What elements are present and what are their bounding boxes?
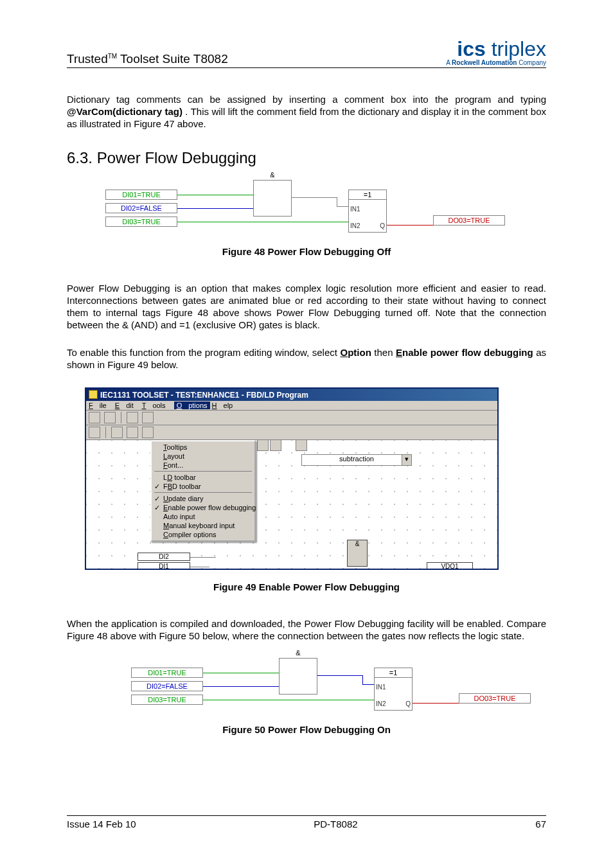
mitem-font[interactable]: Font... bbox=[152, 461, 254, 470]
product-title: TrustedTM Toolset Suite T8082 bbox=[67, 52, 228, 66]
window-title: IEC1131 TOOLSET - TEST:ENHANCE1 - FBD/LD… bbox=[100, 391, 308, 400]
brand-tagline: A Rockwell Automation Company bbox=[446, 59, 546, 66]
paste-icon[interactable] bbox=[142, 412, 154, 423]
port-in2: IN2 bbox=[350, 222, 360, 229]
menu-tools[interactable]: Tools bbox=[142, 402, 166, 409]
zoom-toolbar bbox=[257, 440, 307, 451]
brand-triplex: triplex bbox=[486, 37, 546, 60]
port-q: Q bbox=[380, 222, 385, 229]
mitem-tooltips[interactable]: Tooltips bbox=[152, 443, 254, 452]
menu-help[interactable]: Help bbox=[212, 402, 233, 409]
figure-50-caption: Figure 50 Power Flow Debugging On bbox=[67, 724, 546, 735]
footer-page: 67 bbox=[535, 819, 546, 829]
output-do03: DO03=TRUE bbox=[433, 215, 505, 226]
mitem-update-diary[interactable]: Update diary bbox=[152, 494, 254, 503]
section-heading: 6.3. Power Flow Debugging bbox=[67, 149, 546, 167]
cut-icon[interactable] bbox=[127, 412, 138, 423]
mitem-ld-toolbar[interactable]: LD toolbar bbox=[152, 473, 254, 482]
menu-file[interactable]: File bbox=[89, 402, 107, 409]
menu-edit[interactable]: Edit bbox=[115, 402, 134, 409]
title-bar[interactable]: IEC1131 TOOLSET - TEST:ENHANCE1 - FBD/LD… bbox=[86, 389, 497, 401]
brand-block: ics triplex A Rockwell Automation Compan… bbox=[446, 39, 546, 66]
open-icon[interactable] bbox=[104, 412, 116, 423]
zoom-icon[interactable] bbox=[257, 440, 269, 451]
brand-logo: ics triplex bbox=[446, 39, 546, 59]
mitem-compiler-opts[interactable]: Compiler options bbox=[152, 530, 254, 539]
xor-gate-2: =1 IN1 IN2 Q bbox=[374, 668, 413, 711]
app-icon bbox=[89, 390, 98, 399]
paragraph-enable-pfd: To enable this function from the program… bbox=[67, 347, 546, 371]
paragraph-pfd-intro: Power Flow Debugging is an option that m… bbox=[67, 283, 546, 331]
select-icon[interactable] bbox=[111, 427, 123, 438]
and-gate-2: & bbox=[279, 658, 317, 695]
var-di2[interactable]: DI2 bbox=[138, 553, 190, 561]
trademark-symbol: TM bbox=[108, 53, 117, 60]
chevron-down-icon[interactable]: ▾ bbox=[402, 455, 411, 465]
product-suffix: Toolset Suite T8082 bbox=[117, 52, 228, 66]
footer-docnum: PD-T8082 bbox=[314, 819, 357, 829]
input-di02-2: DI02=FALSE bbox=[131, 681, 203, 691]
toolbar-row-1 bbox=[86, 411, 497, 425]
options-dropdown: Tooltips Layout Font... LD toolbar FBD t… bbox=[150, 440, 256, 542]
input-di03-2: DI03=TRUE bbox=[131, 695, 203, 705]
mitem-layout[interactable]: Layout bbox=[152, 452, 254, 461]
output-do03-2: DO03=TRUE bbox=[459, 693, 531, 704]
page-footer: Issue 14 Feb 10 PD-T8082 67 bbox=[67, 815, 546, 829]
mitem-enable-pfd[interactable]: Enable power flow debugging bbox=[152, 503, 254, 512]
print-icon[interactable] bbox=[296, 440, 307, 451]
menu-bar: File Edit Tools Options Help bbox=[86, 401, 497, 411]
product-line: Trusted bbox=[67, 52, 108, 66]
editor-canvas[interactable]: subtraction ▾ Tooltips Layout Font... LD… bbox=[86, 440, 497, 569]
grid-icon[interactable] bbox=[270, 440, 281, 451]
fbd-and-block[interactable]: & bbox=[347, 540, 368, 567]
input-di01-2: DI01=TRUE bbox=[131, 668, 203, 678]
menu-options[interactable]: Options bbox=[174, 402, 210, 409]
figure-50-diagram: DI01=TRUE DI02=FALSE DI03=TRUE & =1 IN1 … bbox=[131, 658, 546, 713]
block-selector-combo[interactable]: subtraction ▾ bbox=[301, 454, 412, 466]
footer-issue: Issue 14 Feb 10 bbox=[67, 819, 136, 829]
brand-ics: ics bbox=[457, 37, 485, 60]
block-icon[interactable] bbox=[127, 427, 138, 438]
variable-icon[interactable] bbox=[142, 427, 154, 438]
paragraph-dictionary-tag: Dictionary tag comments can be assigned … bbox=[67, 94, 546, 130]
xor-gate: =1 IN1 IN2 Q bbox=[348, 190, 387, 233]
page-header: TrustedTM Toolset Suite T8082 ics triple… bbox=[67, 39, 546, 68]
paragraph-pfd-enabled: When the application is compiled and dow… bbox=[67, 618, 546, 642]
mitem-fbd-toolbar[interactable]: FBD toolbar bbox=[152, 482, 254, 491]
figure-48-caption: Figure 48 Power Flow Debugging Off bbox=[67, 246, 546, 257]
figure-49-caption: Figure 49 Enable Power Flow Debugging bbox=[67, 581, 546, 592]
var-di1[interactable]: DI1 bbox=[138, 562, 190, 569]
input-di03: DI03=TRUE bbox=[105, 217, 177, 227]
input-di01: DI01=TRUE bbox=[105, 190, 177, 200]
var-vdo1[interactable]: VDO1 bbox=[427, 562, 473, 569]
toolbar-row-2 bbox=[86, 425, 497, 440]
figure-48-diagram: DI01=TRUE DI02=FALSE DI03=TRUE & =1 IN1 … bbox=[105, 180, 546, 235]
mitem-manual-kb[interactable]: Manual keyboard input bbox=[152, 521, 254, 530]
contact-icon[interactable] bbox=[89, 427, 100, 438]
mitem-auto-input[interactable]: Auto input bbox=[152, 512, 254, 521]
and-gate: & bbox=[253, 180, 292, 217]
input-di02: DI02=FALSE bbox=[105, 203, 177, 213]
new-icon[interactable] bbox=[89, 412, 100, 423]
port-in1: IN1 bbox=[350, 206, 360, 213]
app-window: IEC1131 TOOLSET - TEST:ENHANCE1 - FBD/LD… bbox=[85, 387, 499, 570]
